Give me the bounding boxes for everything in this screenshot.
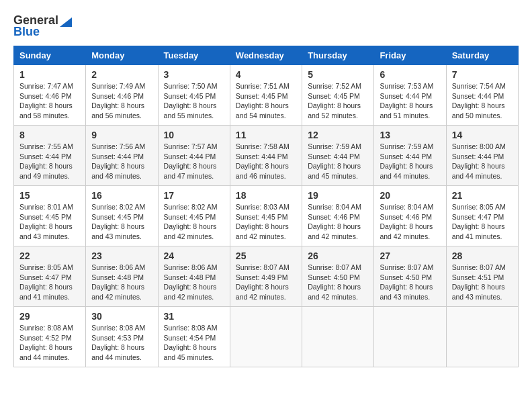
calendar-week-row: 29 Sunrise: 8:08 AM Sunset: 4:52 PM Dayl… [14, 307, 519, 367]
daylight-label: Daylight: 8 hours and 42 minutes. [236, 222, 289, 240]
calendar-cell: 5 Sunrise: 7:52 AM Sunset: 4:45 PM Dayli… [302, 65, 374, 126]
daylight-label: Daylight: 8 hours and 46 minutes. [236, 162, 289, 180]
daylight-label: Daylight: 8 hours and 44 minutes. [452, 162, 505, 180]
daylight-label: Daylight: 8 hours and 43 minutes. [91, 222, 144, 240]
sunset-label: Sunset: 4:45 PM [236, 92, 288, 100]
calendar-cell: 21 Sunrise: 8:05 AM Sunset: 4:47 PM Dayl… [446, 186, 518, 246]
day-number: 26 [308, 250, 368, 261]
sunset-label: Sunset: 4:53 PM [91, 334, 144, 342]
day-info: Sunrise: 8:07 AM Sunset: 4:50 PM Dayligh… [308, 263, 368, 302]
calendar-header: SundayMondayTuesdayWednesdayThursdayFrid… [14, 46, 519, 65]
sunset-label: Sunset: 4:46 PM [380, 213, 432, 221]
logo: General Blue [13, 13, 72, 39]
calendar-cell: 13 Sunrise: 7:59 AM Sunset: 4:44 PM Dayl… [374, 126, 446, 186]
daylight-label: Daylight: 8 hours and 50 minutes. [452, 101, 505, 120]
daylight-label: Daylight: 8 hours and 45 minutes. [164, 343, 217, 361]
sunrise-label: Sunrise: 8:07 AM [308, 263, 361, 271]
sunset-label: Sunset: 4:44 PM [236, 152, 288, 161]
calendar-cell: 11 Sunrise: 7:58 AM Sunset: 4:44 PM Dayl… [230, 126, 302, 186]
day-info: Sunrise: 8:07 AM Sunset: 4:50 PM Dayligh… [380, 263, 440, 302]
day-number: 6 [380, 69, 440, 80]
calendar-body: 1 Sunrise: 7:47 AM Sunset: 4:46 PM Dayli… [14, 65, 519, 367]
sunset-label: Sunset: 4:45 PM [91, 213, 144, 221]
weekday-header-sunday: Sunday [14, 46, 86, 65]
calendar-cell: 30 Sunrise: 8:08 AM Sunset: 4:53 PM Dayl… [86, 307, 158, 367]
calendar-cell: 9 Sunrise: 7:56 AM Sunset: 4:44 PM Dayli… [86, 126, 158, 186]
day-info: Sunrise: 8:08 AM Sunset: 4:53 PM Dayligh… [91, 323, 152, 363]
calendar-cell: 29 Sunrise: 8:08 AM Sunset: 4:52 PM Dayl… [14, 307, 86, 367]
weekday-header-friday: Friday [374, 46, 446, 65]
calendar-cell: 18 Sunrise: 8:03 AM Sunset: 4:45 PM Dayl… [230, 186, 302, 246]
calendar-cell [230, 307, 302, 367]
day-number: 21 [452, 190, 513, 201]
sunrise-label: Sunrise: 8:02 AM [91, 203, 145, 211]
sunrise-label: Sunrise: 8:08 AM [91, 324, 145, 332]
sunset-label: Sunset: 4:45 PM [19, 213, 72, 221]
sunset-label: Sunset: 4:48 PM [91, 273, 144, 281]
day-number: 13 [380, 130, 440, 140]
daylight-label: Daylight: 8 hours and 48 minutes. [91, 162, 144, 180]
svg-marker-0 [60, 17, 72, 27]
calendar-cell: 19 Sunrise: 8:04 AM Sunset: 4:46 PM Dayl… [302, 186, 374, 246]
day-number: 1 [19, 69, 80, 80]
daylight-label: Daylight: 8 hours and 58 minutes. [19, 101, 73, 120]
sunrise-label: Sunrise: 7:54 AM [452, 82, 506, 90]
logo-blue-text: Blue [13, 25, 40, 39]
day-number: 12 [308, 130, 368, 140]
day-number: 3 [164, 69, 224, 80]
daylight-label: Daylight: 8 hours and 42 minutes. [308, 283, 361, 301]
day-info: Sunrise: 8:01 AM Sunset: 4:45 PM Dayligh… [19, 202, 80, 242]
sunrise-label: Sunrise: 8:07 AM [236, 263, 290, 271]
sunset-label: Sunset: 4:44 PM [452, 92, 504, 100]
day-number: 11 [236, 130, 296, 140]
sunset-label: Sunset: 4:45 PM [164, 92, 216, 100]
day-info: Sunrise: 8:05 AM Sunset: 4:47 PM Dayligh… [452, 202, 513, 242]
daylight-label: Daylight: 8 hours and 41 minutes. [452, 222, 505, 240]
day-info: Sunrise: 7:59 AM Sunset: 4:44 PM Dayligh… [308, 142, 368, 181]
calendar-cell: 12 Sunrise: 7:59 AM Sunset: 4:44 PM Dayl… [302, 126, 374, 186]
day-number: 4 [236, 69, 296, 80]
calendar-cell: 10 Sunrise: 7:57 AM Sunset: 4:44 PM Dayl… [158, 126, 230, 186]
day-info: Sunrise: 7:52 AM Sunset: 4:45 PM Dayligh… [308, 81, 368, 121]
sunset-label: Sunset: 4:45 PM [164, 213, 216, 221]
daylight-label: Daylight: 8 hours and 54 minutes. [236, 101, 289, 120]
day-info: Sunrise: 8:02 AM Sunset: 4:45 PM Dayligh… [164, 202, 224, 242]
day-number: 9 [91, 130, 152, 140]
daylight-label: Daylight: 8 hours and 49 minutes. [19, 162, 73, 180]
sunrise-label: Sunrise: 7:49 AM [91, 82, 145, 90]
calendar-cell: 23 Sunrise: 8:06 AM Sunset: 4:48 PM Dayl… [86, 246, 158, 307]
weekday-header-saturday: Saturday [446, 46, 518, 65]
sunrise-label: Sunrise: 7:59 AM [380, 142, 433, 150]
daylight-label: Daylight: 8 hours and 56 minutes. [91, 101, 144, 120]
calendar-cell: 24 Sunrise: 8:06 AM Sunset: 4:48 PM Dayl… [158, 246, 230, 307]
sunset-label: Sunset: 4:54 PM [164, 334, 216, 342]
day-info: Sunrise: 8:06 AM Sunset: 4:48 PM Dayligh… [91, 263, 152, 302]
daylight-label: Daylight: 8 hours and 42 minutes. [308, 222, 361, 240]
calendar-cell: 26 Sunrise: 8:07 AM Sunset: 4:50 PM Dayl… [302, 246, 374, 307]
daylight-label: Daylight: 8 hours and 41 minutes. [19, 283, 73, 301]
calendar-table: SundayMondayTuesdayWednesdayThursdayFrid… [13, 46, 519, 367]
weekday-header-row: SundayMondayTuesdayWednesdayThursdayFrid… [14, 46, 519, 65]
sunrise-label: Sunrise: 8:08 AM [164, 324, 218, 332]
sunrise-label: Sunrise: 8:00 AM [452, 142, 506, 150]
sunset-label: Sunset: 4:48 PM [164, 273, 216, 281]
sunrise-label: Sunrise: 8:03 AM [236, 203, 290, 211]
daylight-label: Daylight: 8 hours and 43 minutes. [19, 222, 73, 240]
calendar-cell: 28 Sunrise: 8:07 AM Sunset: 4:51 PM Dayl… [446, 246, 518, 307]
sunset-label: Sunset: 4:44 PM [380, 92, 432, 100]
daylight-label: Daylight: 8 hours and 43 minutes. [452, 283, 505, 301]
day-number: 16 [91, 190, 152, 201]
sunset-label: Sunset: 4:44 PM [164, 152, 216, 161]
sunset-label: Sunset: 4:46 PM [19, 92, 72, 100]
calendar-cell: 4 Sunrise: 7:51 AM Sunset: 4:45 PM Dayli… [230, 65, 302, 126]
day-number: 27 [380, 250, 440, 261]
page-header: General Blue [13, 13, 519, 39]
sunrise-label: Sunrise: 7:58 AM [236, 142, 290, 150]
calendar-cell: 14 Sunrise: 8:00 AM Sunset: 4:44 PM Dayl… [446, 126, 518, 186]
sunrise-label: Sunrise: 7:57 AM [164, 142, 218, 150]
calendar-cell: 31 Sunrise: 8:08 AM Sunset: 4:54 PM Dayl… [158, 307, 230, 367]
sunset-label: Sunset: 4:50 PM [380, 273, 432, 281]
weekday-header-tuesday: Tuesday [158, 46, 230, 65]
day-number: 23 [91, 250, 152, 261]
daylight-label: Daylight: 8 hours and 44 minutes. [19, 343, 73, 361]
